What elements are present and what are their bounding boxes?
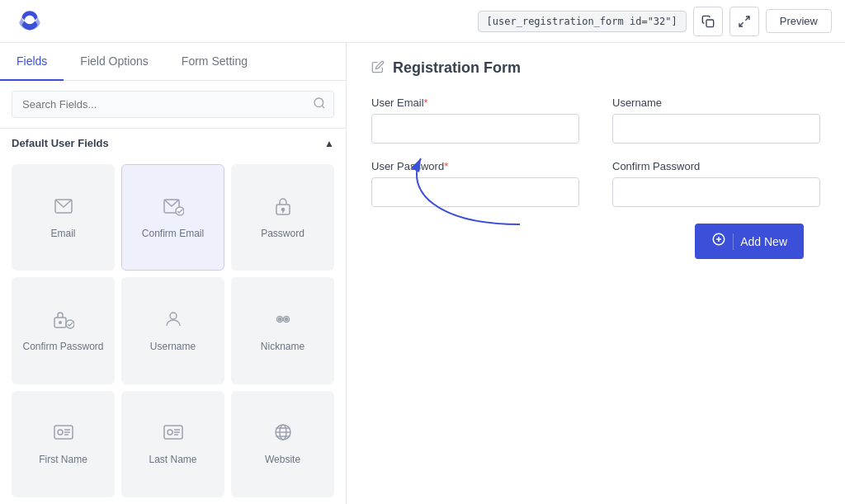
form-title-row: Registration Form — [371, 59, 820, 77]
field-item-website[interactable]: Website — [231, 391, 334, 497]
form-row-1: User Email* Username — [371, 97, 820, 144]
left-panel: Fields Field Options Form Setting Defaul… — [0, 43, 347, 504]
nickname-field-label: Nickname — [261, 341, 304, 352]
expand-button[interactable] — [729, 7, 759, 36]
password-field-label: Password — [261, 228, 304, 239]
confirm-password-form-field: Confirm Password — [612, 160, 820, 207]
svg-line-4 — [322, 106, 324, 108]
last-name-field-label: Last Name — [149, 454, 196, 465]
username-input[interactable] — [612, 114, 820, 144]
user-email-input[interactable] — [371, 114, 579, 144]
user-password-label: User Password* — [371, 160, 579, 172]
confirm-password-input[interactable] — [612, 177, 820, 207]
confirm-password-label: Confirm Password — [612, 160, 820, 172]
field-item-username[interactable]: Username — [121, 277, 224, 384]
section-title: Default User Fields — [12, 137, 109, 149]
svg-line-2 — [739, 22, 744, 26]
field-item-confirm-email[interactable]: Confirm Email — [121, 164, 224, 271]
svg-point-25 — [168, 430, 172, 435]
email-field-icon — [54, 196, 73, 221]
user-email-field: User Email* — [371, 97, 579, 144]
add-icon — [711, 232, 726, 251]
form-row-2: User Password* Confirm Password — [371, 160, 820, 207]
tabs: Fields Field Options Form Setting — [0, 43, 346, 81]
svg-point-17 — [278, 318, 281, 320]
user-password-input[interactable] — [371, 177, 579, 207]
confirm-email-field-icon — [163, 196, 184, 221]
confirm-password-field-icon — [53, 309, 74, 334]
username-form-field: Username — [612, 97, 820, 144]
tab-fields[interactable]: Fields — [0, 43, 64, 81]
user-email-label: User Email* — [371, 97, 579, 109]
website-field-icon — [273, 422, 293, 447]
website-field-label: Website — [265, 454, 300, 465]
email-field-label: Email — [50, 228, 75, 239]
svg-point-12 — [59, 322, 60, 323]
pencil-icon[interactable] — [371, 60, 385, 77]
tab-form-setting[interactable]: Form Setting — [165, 43, 264, 81]
svg-point-20 — [58, 430, 63, 435]
field-item-confirm-password[interactable]: Confirm Password — [12, 277, 115, 384]
confirm-email-field-label: Confirm Email — [142, 228, 204, 239]
svg-line-1 — [745, 16, 749, 21]
field-item-first-name[interactable]: First Name — [12, 391, 115, 497]
svg-point-9 — [281, 208, 284, 210]
user-password-field: User Password* — [371, 160, 579, 207]
nickname-field-icon — [272, 309, 294, 334]
logo — [13, 5, 46, 38]
svg-point-18 — [285, 318, 287, 320]
tab-field-options[interactable]: Field Options — [64, 43, 164, 81]
first-name-field-icon — [53, 422, 74, 447]
section-header[interactable]: Default User Fields ▲ — [0, 129, 346, 158]
required-marker: * — [424, 97, 428, 109]
copy-shortcode-button[interactable] — [693, 7, 723, 36]
field-item-nickname[interactable]: Nickname — [231, 277, 334, 384]
add-new-row: Add New — [371, 224, 820, 259]
add-new-button[interactable]: Add New — [695, 224, 804, 259]
form-title: Registration Form — [393, 59, 521, 77]
button-divider — [733, 233, 734, 250]
search-wrapper — [12, 91, 334, 118]
main-layout: Fields Field Options Form Setting Defaul… — [0, 43, 845, 504]
search-container — [0, 81, 346, 129]
username-field-icon — [164, 309, 182, 334]
username-label: Username — [612, 97, 820, 109]
required-marker-2: * — [444, 160, 448, 172]
confirm-password-field-label: Confirm Password — [22, 341, 103, 352]
preview-button[interactable]: Preview — [766, 9, 832, 33]
shortcode-display[interactable]: [user_registration_form id="32"] — [478, 11, 687, 32]
svg-point-3 — [314, 98, 323, 107]
fields-grid: Email Confirm Email — [0, 158, 346, 504]
header-right: [user_registration_form id="32"] Preview — [478, 7, 832, 36]
username-field-label: Username — [150, 341, 196, 352]
first-name-field-label: First Name — [39, 454, 87, 465]
field-item-last-name[interactable]: Last Name — [121, 391, 224, 497]
last-name-field-icon — [163, 422, 184, 447]
add-new-label: Add New — [740, 235, 787, 248]
svg-rect-0 — [706, 20, 714, 27]
search-icon — [313, 97, 326, 113]
password-field-icon — [274, 196, 292, 221]
search-input[interactable] — [12, 91, 334, 118]
header: [user_registration_form id="32"] Preview — [0, 0, 845, 43]
field-item-email[interactable]: Email — [12, 164, 115, 271]
collapse-arrow-icon[interactable]: ▲ — [324, 138, 334, 149]
field-item-password[interactable]: Password — [231, 164, 334, 271]
svg-point-14 — [170, 313, 177, 319]
right-panel: Registration Form User Email* Username U… — [347, 43, 845, 504]
